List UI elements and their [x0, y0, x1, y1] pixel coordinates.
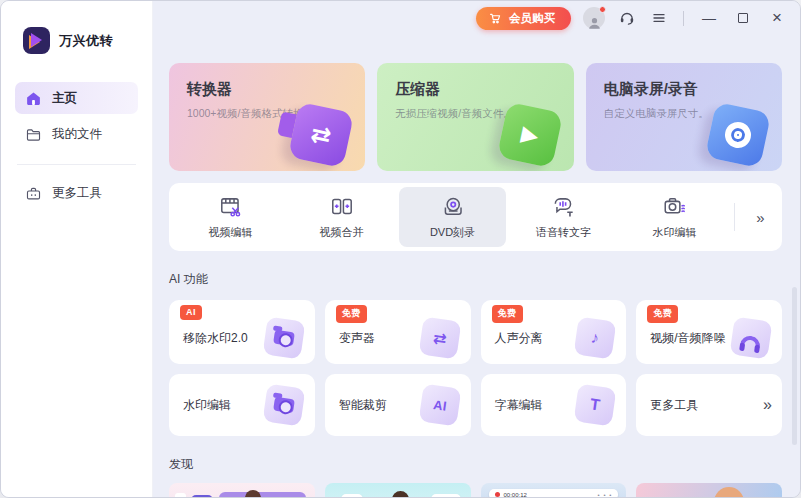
sidebar-item-my-files[interactable]: 我的文件: [15, 118, 138, 150]
ai-card-title: 变声器: [339, 330, 375, 347]
app-logo-icon: [23, 27, 50, 54]
discover-grid: MP4 1GB 120MB 00:00:12 • • •: [169, 483, 782, 498]
folder-icon: [25, 126, 42, 143]
home-icon: [25, 90, 42, 107]
titlebar: 会员购买 — ×: [153, 1, 800, 35]
tool-label: 语音转文字: [536, 225, 591, 240]
ai-card-title: 智能裁剪: [339, 397, 387, 414]
discover-thumb-1[interactable]: MP4: [169, 483, 315, 498]
sidebar-nav: 主页 我的文件 更多工具: [1, 82, 152, 213]
toolbox-icon: [25, 185, 42, 202]
sidebar-item-more-tools[interactable]: 更多工具: [15, 177, 138, 209]
quick-tools-row: 视频编辑 视频合并 DVD刻录: [169, 183, 782, 251]
ai-card-smart-crop[interactable]: 智能裁剪 AI: [325, 374, 471, 436]
recording-toolbar: 00:00:12 • • •: [489, 489, 619, 498]
feature-title: 转换器: [187, 80, 347, 99]
tool-speech-to-text[interactable]: 语音转文字: [510, 187, 617, 247]
ai-card-title: 移除水印2.0: [183, 330, 248, 347]
denoise-headphones-icon: [730, 317, 773, 360]
app-title: 万兴优转: [59, 32, 113, 50]
ai-card-title: 水印编辑: [183, 397, 231, 414]
ai-card-denoise[interactable]: 免费 视频/音频降噪: [636, 300, 782, 364]
tools-divider: [734, 203, 735, 231]
tool-video-merge[interactable]: 视频合并: [288, 187, 395, 247]
tool-label: 水印编辑: [653, 225, 697, 240]
discover-thumb-4[interactable]: [636, 483, 782, 498]
ai-card-title: 人声分离: [495, 330, 543, 347]
tools-more-button[interactable]: »: [743, 209, 776, 226]
headset-support-icon[interactable]: [617, 8, 637, 28]
size-pill-before: 1GB: [341, 494, 363, 498]
dvd-burn-icon: [440, 194, 466, 220]
membership-buy-label: 会员购买: [509, 11, 555, 26]
tool-dvd-burn[interactable]: DVD刻录: [399, 187, 506, 247]
toolbar-icons: • • •: [598, 492, 613, 498]
tool-label: 视频合并: [320, 225, 364, 240]
discover-thumb-3[interactable]: 00:00:12 • • •: [481, 483, 627, 498]
watermark-edit-icon: [662, 194, 688, 220]
sidebar-divider: [17, 164, 136, 165]
person-head: [245, 490, 261, 498]
recording-timer: 00:00:12: [504, 492, 527, 498]
sidebar-item-home[interactable]: 主页: [15, 82, 138, 114]
free-badge: 免费: [492, 305, 523, 323]
maximize-button[interactable]: [732, 8, 754, 28]
smart-crop-icon: AI: [418, 384, 461, 427]
ai-card-more-tools[interactable]: 更多工具 »: [636, 374, 782, 436]
voice-changer-icon: ⇄: [418, 317, 461, 360]
free-badge: 免费: [336, 305, 367, 323]
notification-dot: [599, 6, 606, 13]
main-column: 会员购买 — × 转换器 1000+视频/音频格式转换。: [153, 1, 800, 497]
subtitle-edit-icon: T: [574, 384, 617, 427]
free-badge: 免费: [647, 305, 678, 323]
ai-card-title: 视频/音频降噪: [650, 330, 725, 347]
vertical-scrollbar[interactable]: [792, 287, 797, 445]
hamburger-menu-icon[interactable]: [649, 8, 669, 28]
video-merge-icon: [329, 194, 355, 220]
ai-card-title: 更多工具: [650, 397, 698, 414]
tool-video-edit[interactable]: 视频编辑: [177, 187, 284, 247]
titlebar-separator: [683, 11, 684, 26]
cart-icon: [489, 12, 502, 25]
ai-card-remove-watermark[interactable]: AI 移除水印2.0: [169, 300, 315, 364]
camera-icon: [262, 317, 305, 360]
tool-label: DVD刻录: [430, 225, 475, 240]
user-avatar[interactable]: [583, 7, 605, 29]
tool-label: 视频编辑: [209, 225, 253, 240]
feature-title: 压缩器: [395, 80, 555, 99]
discover-section-title: 发现: [169, 456, 782, 473]
feature-title: 电脑录屏/录音: [604, 80, 764, 99]
sidebar-item-label: 更多工具: [52, 185, 102, 202]
more-tools-chevron: »: [763, 396, 770, 414]
ai-card-vocal-remover[interactable]: 免费 人声分离 ♪: [481, 300, 627, 364]
ai-cards-grid: AI 移除水印2.0 免费 变声器 ⇄ 免费 人声分离 ♪ 免费 视频/音频降噪: [169, 300, 782, 436]
thumb-panel: [219, 492, 306, 498]
compressor-card[interactable]: 压缩器 无损压缩视频/音频文件。 ▶: [377, 63, 573, 171]
close-button[interactable]: ×: [766, 8, 788, 28]
compressor-3d-icon: ▶: [496, 102, 562, 168]
sidebar-item-label: 我的文件: [52, 126, 102, 143]
ai-card-subtitle-edit[interactable]: 字幕编辑 T: [481, 374, 627, 436]
size-pill-after: 120MB: [431, 494, 460, 498]
tool-watermark-edit[interactable]: 水印编辑: [621, 187, 728, 247]
ai-badge: AI: [180, 305, 202, 320]
converter-3d-icon: ⇄: [288, 102, 354, 168]
screen-recorder-card[interactable]: 电脑录屏/录音 自定义电脑录屏尺寸。: [586, 63, 782, 171]
discover-thumb-2[interactable]: 1GB 120MB: [325, 483, 471, 498]
app-window: 万兴优转 主页 我的文件 更多工具: [0, 0, 801, 498]
ai-section-title: AI 功能: [169, 271, 782, 288]
main-content: 转换器 1000+视频/音频格式转换。 ⇄ 压缩器 无损压缩视频/音频文件。 ▶…: [153, 35, 800, 498]
recorder-3d-icon: [705, 102, 771, 168]
sidebar: 万兴优转 主页 我的文件 更多工具: [1, 1, 153, 497]
converter-card[interactable]: 转换器 1000+视频/音频格式转换。 ⇄: [169, 63, 365, 171]
ai-card-voice-changer[interactable]: 免费 变声器 ⇄: [325, 300, 471, 364]
membership-buy-button[interactable]: 会员购买: [476, 7, 571, 30]
camera-icon: [262, 384, 305, 427]
record-dot-icon: [495, 492, 500, 497]
sidebar-item-label: 主页: [52, 90, 77, 107]
ai-card-watermark-edit[interactable]: 水印编辑: [169, 374, 315, 436]
video-edit-icon: [218, 194, 244, 220]
minimize-button[interactable]: —: [698, 8, 720, 28]
ai-card-title: 字幕编辑: [495, 397, 543, 414]
record-ring-icon: [723, 120, 754, 151]
